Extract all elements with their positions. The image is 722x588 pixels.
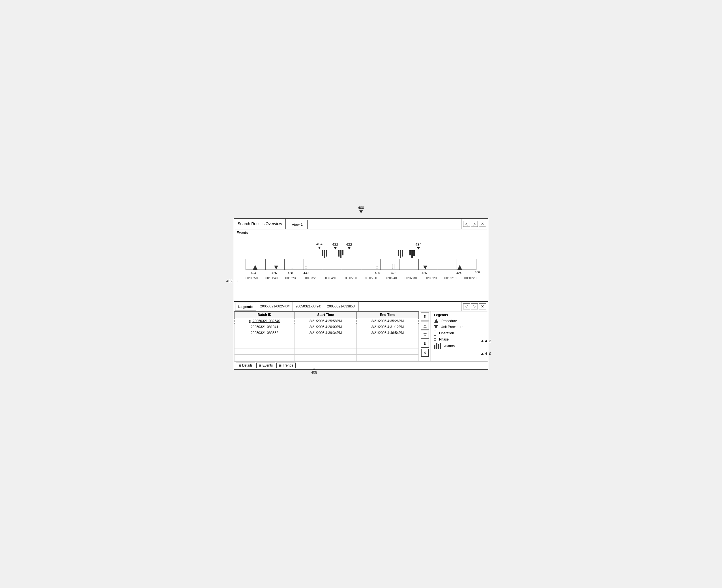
legend-alarms: Alarms xyxy=(434,343,485,349)
nav-next-button[interactable]: ▷ xyxy=(471,221,478,227)
lower-nav-next[interactable]: ▷ xyxy=(471,303,478,310)
table-row[interactable]: # 20050321-082540 3/21/2005 4:25:58PM 3/… xyxy=(234,318,419,324)
details-icon: ⊞ xyxy=(239,364,241,368)
ref-412: 412 xyxy=(485,339,491,343)
batch-tab-2[interactable]: 20050321-03:94: xyxy=(293,302,325,311)
nav-up-button[interactable]: △ xyxy=(421,321,429,330)
table-row-empty xyxy=(234,336,419,342)
table-row-empty xyxy=(234,355,419,361)
label-426b: 426 xyxy=(421,271,427,275)
unit-proc-sym-426a xyxy=(274,266,278,270)
label-430b: 430 xyxy=(375,271,380,275)
table-row-empty xyxy=(234,342,419,349)
batch-id-cell: 20050321-081941 xyxy=(234,324,295,330)
batch-table: Batch ID Start Time End Time # 20050321-… xyxy=(234,311,419,361)
nav-prev-button[interactable]: ◁ xyxy=(463,221,470,227)
trends-icon: ⊞ xyxy=(279,364,282,368)
ref-408: 408 xyxy=(311,370,317,375)
tab-details[interactable]: ⊞ Details xyxy=(236,362,255,368)
start-time-cell: 3/21/2005 4:25:58PM xyxy=(294,318,356,324)
col-header-end-time: End Time xyxy=(356,312,418,318)
unit-proc-sym-426b xyxy=(423,266,427,270)
batch-tab-3[interactable]: 20050321-033853: xyxy=(324,302,359,311)
ref-410: 410 xyxy=(485,352,491,356)
end-time-cell: 3/21/2005 4:31:12PM xyxy=(356,324,418,330)
batch-tab-1[interactable]: 20050321-082540# xyxy=(257,302,292,311)
legends-tab[interactable]: Legends xyxy=(235,302,256,311)
alarm-group-434b xyxy=(409,250,415,258)
phase-sym-430a xyxy=(305,266,307,268)
end-time-cell: 3/21/2005 4:46:54PM xyxy=(356,330,418,336)
operation-sym-428b xyxy=(392,264,394,269)
legend-panel: Legends Procedure Unit Procedure Oper xyxy=(431,311,488,361)
tab-trends-label: Trends xyxy=(283,363,293,368)
col-header-batch-id: Batch ID xyxy=(234,312,295,318)
view1-tab[interactable]: View 1 xyxy=(287,220,308,229)
label-424a: 424 xyxy=(251,271,256,275)
alarms-icon xyxy=(434,343,441,349)
table-legend-row: Batch ID Start Time End Time # 20050321-… xyxy=(234,311,488,361)
lower-section: Legends 20050321-082540# 20050321-03:94:… xyxy=(234,301,488,370)
tab-events[interactable]: ⊞ Events xyxy=(256,362,275,368)
batch-id-cell: 20050321-083652 xyxy=(234,330,295,336)
nav-close-button[interactable]: ✕ xyxy=(479,221,486,227)
procedure-sym-424b xyxy=(457,265,462,270)
table-nav-col: ⬆ △ ▽ ⬇ ✕ xyxy=(419,311,431,361)
table-row-empty xyxy=(234,349,419,355)
main-container: Search Results Overview View 1 ◁ ▷ ✕ Eve… xyxy=(234,218,488,370)
table-row[interactable]: 20050321-081941 3/21/2005 4:20:00PM 3/21… xyxy=(234,324,419,330)
lower-nav-close[interactable]: ✕ xyxy=(479,303,486,310)
ref-404: 404 xyxy=(316,242,323,246)
tab-details-label: Details xyxy=(242,363,253,368)
ref-432a: 432 xyxy=(332,243,338,247)
legend-phase: Phase xyxy=(434,337,485,341)
procedure-label: Procedure xyxy=(441,319,457,323)
ref-400: 400 xyxy=(358,206,364,210)
legend-procedure: Procedure xyxy=(434,319,485,323)
bottom-tabs: ⊞ Details ⊞ Events ⊞ Trends 408 xyxy=(234,361,488,370)
timeline-bar xyxy=(246,259,476,270)
label-428b: 428 xyxy=(391,271,396,275)
procedure-icon xyxy=(434,319,438,323)
alarm-group-432a xyxy=(322,250,327,258)
label-428a: 428 xyxy=(288,271,293,275)
end-time-cell: 3/21/2005 4:35:26PM xyxy=(356,318,418,324)
label-426a: 426 xyxy=(272,271,277,275)
nav-bottom-button[interactable]: ⬇ xyxy=(421,340,429,348)
phase-icon xyxy=(434,338,436,340)
lower-nav: ◁ ▷ ✕ xyxy=(461,302,488,311)
time-labels: 00:00:50 00:01:40 00:02:30 00:03:20 00:0… xyxy=(246,276,476,280)
start-time-cell: 3/21/2005 4:39:34PM xyxy=(294,330,356,336)
nav-top-button[interactable]: ⬆ xyxy=(421,313,429,320)
label-424b: 424 xyxy=(456,271,461,275)
tab-trends[interactable]: ⊞ Trends xyxy=(276,362,296,368)
legend-title: Legends xyxy=(434,313,485,317)
tab-events-label: Events xyxy=(263,363,273,368)
operation-label: Operation xyxy=(439,331,454,335)
ref-432b: 432 xyxy=(346,243,352,247)
operation-sym-428a xyxy=(291,264,293,269)
alarm-group-432b xyxy=(338,250,344,258)
procedure-sym-424a xyxy=(253,265,257,270)
start-time-cell: 3/21/2005 4:20:00PM xyxy=(294,324,356,330)
ref-402: 402 xyxy=(226,279,232,283)
label-430a: 430 xyxy=(303,271,308,275)
phase-label: Phase xyxy=(439,337,449,341)
timeline-area: 402 → 404 432 432 434 xyxy=(234,236,488,298)
events-section-label: Events xyxy=(234,229,488,236)
toolbar-navigation: ◁ ▷ ✕ xyxy=(461,218,488,229)
events-icon: ⊞ xyxy=(259,364,262,368)
nav-down-button[interactable]: ▽ xyxy=(421,331,429,339)
operation-icon xyxy=(434,331,436,336)
table-row[interactable]: 20050321-083652 3/21/2005 4:39:34PM 3/21… xyxy=(234,330,419,336)
ref-420: ─ 420 xyxy=(472,270,480,273)
nav-close-btn[interactable]: ✕ xyxy=(421,349,429,357)
phase-sym-430b xyxy=(376,266,378,268)
search-results-title: Search Results Overview xyxy=(234,218,286,229)
legend-unit-procedure: Unit Procedure xyxy=(434,325,485,329)
lower-toolbar: Legends 20050321-082540# 20050321-03:94:… xyxy=(234,302,488,311)
lower-nav-prev[interactable]: ◁ xyxy=(463,303,470,310)
col-header-start-time: Start Time xyxy=(294,312,356,318)
batch-id-cell: # 20050321-082540 xyxy=(234,318,295,324)
top-toolbar: Search Results Overview View 1 ◁ ▷ ✕ xyxy=(234,218,488,229)
